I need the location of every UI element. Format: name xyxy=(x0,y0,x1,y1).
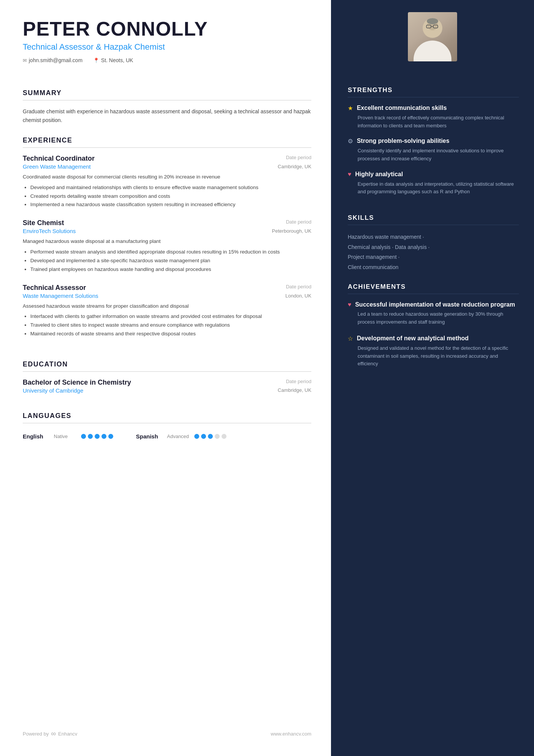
experience-section-title: EXPERIENCE xyxy=(23,136,311,144)
location-contact: 📍 St. Neots, UK xyxy=(93,57,133,63)
job-2: Site Chemist Date period EnviroTech Solu… xyxy=(23,219,311,274)
lang-2-dot-2 xyxy=(201,434,206,439)
strength-3-title: Highly analytical xyxy=(355,171,403,178)
strength-2-title: Strong problem-solving abilities xyxy=(357,137,449,145)
job-1-bullets: Developed and maintained relationships w… xyxy=(23,183,311,210)
job-1-header: Technical Coordinator Date period xyxy=(23,155,311,163)
job-1-desc: Coordinated waste disposal for commercia… xyxy=(23,173,311,181)
achievement-1-header: ♥ Successful implementation of waste red… xyxy=(348,301,519,309)
edu-1: Bachelor of Science in Chemistry Date pe… xyxy=(23,379,311,394)
lang-1-dot-2 xyxy=(88,434,93,439)
job-2-company-row: EnviroTech Solutions Peterborough, UK xyxy=(23,228,311,234)
job-3-date: Date period xyxy=(286,284,311,290)
brand-name: Enhancv xyxy=(58,731,78,737)
job-2-title: Site Chemist xyxy=(23,219,64,227)
achievement-1: ♥ Successful implementation of waste red… xyxy=(348,301,519,326)
languages-section-title: LANGUAGES xyxy=(23,412,311,420)
skills-divider xyxy=(348,225,519,225)
job-3-bullet-1: Interfaced with clients to gather inform… xyxy=(30,312,311,321)
job-1-bullet-2: Created reports detailing waste stream c… xyxy=(30,192,311,201)
job-1-company-row: Green Waste Management Cambridge, UK xyxy=(23,163,311,170)
strength-3-icon: ♥ xyxy=(348,171,351,178)
website-url: www.enhancv.com xyxy=(271,731,311,737)
job-3-header: Technical Assessor Date period xyxy=(23,284,311,292)
lang-2-dot-3 xyxy=(208,434,213,439)
job-2-bullet-3: Trained plant employees on hazardous was… xyxy=(30,265,311,274)
job-3-company-row: Waste Management Solutions London, UK xyxy=(23,293,311,299)
job-2-bullet-2: Developed and implemented a site-specifi… xyxy=(30,257,311,265)
email-contact: ✉ john.smith@gmail.com xyxy=(23,57,83,63)
lang-2-level: Advanced xyxy=(167,434,190,439)
summary-divider xyxy=(23,100,311,100)
language-2: Spanish Advanced xyxy=(136,433,226,440)
edu-1-date: Date period xyxy=(286,379,311,387)
lang-1-dot-1 xyxy=(81,434,86,439)
experience-divider xyxy=(23,147,311,148)
lang-1-dot-3 xyxy=(95,434,100,439)
job-1-title: Technical Coordinator xyxy=(23,155,95,163)
strength-3-desc: Expertise in data analysis and interpret… xyxy=(348,180,519,196)
job-3-desc: Assessed hazardous waste streams for pro… xyxy=(23,302,311,310)
job-2-location: Peterborough, UK xyxy=(272,228,311,234)
strength-1-desc: Proven track record of effectively commu… xyxy=(348,114,519,130)
avatar-face-svg xyxy=(423,18,442,38)
languages-divider xyxy=(23,423,311,423)
summary-section-title: SUMMARY xyxy=(23,89,311,97)
lang-2-dot-4 xyxy=(215,434,220,439)
skill-4: Client communication xyxy=(348,262,519,272)
job-1-date: Date period xyxy=(286,155,311,160)
strength-2: ⚙ Strong problem-solving abilities Consi… xyxy=(348,137,519,163)
job-2-bullets: Performed waste stream analysis and iden… xyxy=(23,248,311,274)
powered-by: Powered by ∞ Enhancv xyxy=(23,730,77,738)
edu-1-header: Bachelor of Science in Chemistry Date pe… xyxy=(23,379,311,387)
resume-container: PETER CONNOLLY Technical Assessor & Hazp… xyxy=(0,0,534,756)
right-column: STRENGTHS ★ Excellent communication skil… xyxy=(331,0,534,756)
strength-1-title: Excellent communication skills xyxy=(357,104,447,112)
header-section: PETER CONNOLLY Technical Assessor & Hazp… xyxy=(23,18,311,63)
strength-3: ♥ Highly analytical Expertise in data an… xyxy=(348,171,519,196)
lang-2-dots xyxy=(194,434,226,439)
candidate-name: PETER CONNOLLY xyxy=(23,18,311,40)
skills-section-title: SKILLS xyxy=(348,214,519,222)
avatar-head xyxy=(423,18,442,38)
achievement-2-icon: ☆ xyxy=(348,335,353,342)
job-3-bullet-3: Maintained records of waste streams and … xyxy=(30,330,311,338)
avatar-area xyxy=(408,12,457,61)
languages-row: English Native Spanish Advanced xyxy=(23,433,311,440)
skills-list: Hazardous waste management · Chemical an… xyxy=(348,232,519,272)
achievement-2: ☆ Development of new analytical method D… xyxy=(348,335,519,368)
achievement-1-icon: ♥ xyxy=(348,301,351,308)
email-icon: ✉ xyxy=(23,58,27,63)
summary-text: Graduate chemist with experience in haza… xyxy=(23,107,311,124)
achievements-divider xyxy=(348,294,519,294)
powered-by-label: Powered by xyxy=(23,731,49,737)
lang-1-dot-4 xyxy=(101,434,106,439)
location-icon: 📍 xyxy=(93,58,99,63)
language-1: English Native xyxy=(23,433,113,440)
lang-2-dot-1 xyxy=(194,434,199,439)
skill-3: Project management · xyxy=(348,252,519,262)
strength-2-header: ⚙ Strong problem-solving abilities xyxy=(348,137,519,145)
edu-1-school: University of Cambridge xyxy=(23,387,83,394)
job-2-desc: Managed hazardous waste disposal at a ma… xyxy=(23,237,311,246)
job-2-company: EnviroTech Solutions xyxy=(23,228,76,234)
lang-1-name: English xyxy=(23,433,49,440)
avatar xyxy=(408,12,457,61)
job-3-company: Waste Management Solutions xyxy=(23,293,98,299)
email-value: john.smith@gmail.com xyxy=(29,57,83,63)
education-section-title: EDUCATION xyxy=(23,360,311,368)
job-3-bullet-2: Traveled to client sites to inspect wast… xyxy=(30,321,311,330)
strength-1: ★ Excellent communication skills Proven … xyxy=(348,104,519,130)
lang-1-level: Native xyxy=(54,434,77,439)
job-1-company: Green Waste Management xyxy=(23,163,91,170)
education-divider xyxy=(23,371,311,372)
enhancv-logo-icon: ∞ xyxy=(51,730,56,738)
job-2-header: Site Chemist Date period xyxy=(23,219,311,227)
strength-1-header: ★ Excellent communication skills xyxy=(348,104,519,112)
candidate-title: Technical Assessor & Hazpak Chemist xyxy=(23,42,311,52)
job-2-bullet-1: Performed waste stream analysis and iden… xyxy=(30,248,311,257)
achievement-1-title: Successful implementation of waste reduc… xyxy=(355,301,515,309)
edu-1-location: Cambridge, UK xyxy=(278,387,311,394)
left-column: PETER CONNOLLY Technical Assessor & Hazp… xyxy=(0,0,331,756)
achievement-2-title: Development of new analytical method xyxy=(357,335,468,343)
